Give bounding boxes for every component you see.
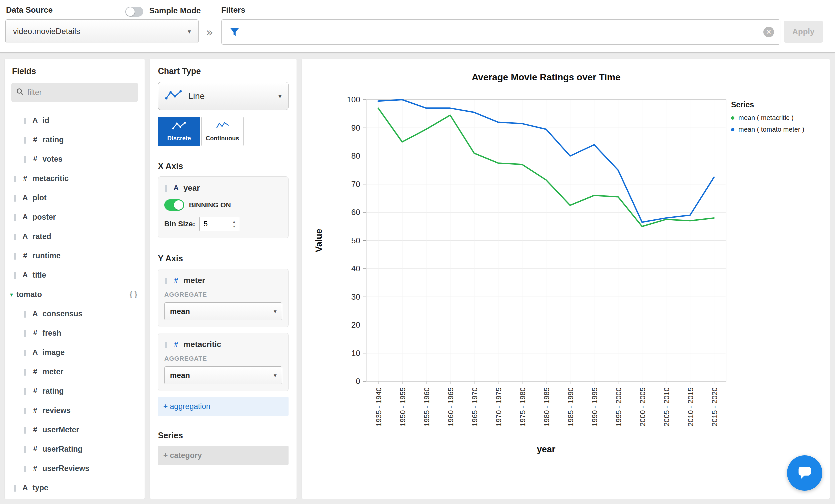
drag-handle-icon[interactable]: ‖ [23,349,27,356]
y-tick-label: 60 [351,208,360,217]
add-category-button[interactable]: + category [158,446,288,465]
drag-handle-icon[interactable]: ‖ [23,445,27,453]
fields-list: ‖Aid‖#rating‖#votes‖#metacritic‖Aplot‖Ap… [5,111,145,497]
drag-handle-icon[interactable]: ‖ [13,194,17,201]
drag-handle-icon[interactable]: ‖ [23,368,27,375]
number-type-icon: # [30,135,40,144]
chart-type-value: Line [188,91,205,101]
string-type-icon: A [21,271,30,279]
field-item-fresh[interactable]: ‖#fresh [5,323,145,343]
number-stepper[interactable]: ▴▾ [229,217,239,231]
drag-handle-icon[interactable]: ‖ [23,426,27,434]
chat-bubble-button[interactable] [787,455,822,491]
aggregate-label: AGGREGATE [164,291,282,298]
y-axis-title: Value [314,229,324,252]
field-item-poster[interactable]: ‖Aposter [5,207,145,227]
drag-handle-icon[interactable]: ‖ [23,465,27,472]
chart-builder-panel: Chart Type Line ▾ [150,59,297,499]
bin-size-input[interactable] [200,217,228,231]
aggregate-select[interactable]: mean▾ [164,366,282,384]
chevron-down-icon[interactable]: ▾ [10,291,13,298]
drag-handle-icon[interactable]: ‖ [23,407,27,414]
field-filter-input[interactable] [27,88,133,97]
discrete-mode-button[interactable]: Discrete [158,117,200,146]
field-item-runtime[interactable]: ‖#runtime [5,246,145,265]
field-item-title[interactable]: ‖Atitle [5,265,145,285]
object-braces-icon: { } [129,290,137,299]
field-item-rating[interactable]: ‖#rating [5,381,145,401]
main-content: Fields ‖Aid‖#rating‖#votes‖#metacritic‖A… [0,53,835,504]
y-tick-label: 70 [351,180,360,189]
drag-handle-icon[interactable]: ‖ [23,329,27,337]
chart-preview-panel: Average Movie Ratings over Time010203040… [302,59,830,499]
y-tick-label: 90 [351,123,360,132]
field-name: userRating [43,445,83,453]
apply-button[interactable]: Apply [784,21,823,43]
drag-handle-icon[interactable]: ‖ [23,155,27,163]
field-item-metacritic[interactable]: ‖#metacritic [5,169,145,188]
chevron-down-icon: ▾ [188,28,191,35]
chart-type-select[interactable]: Line ▾ [158,82,288,110]
drag-handle-icon[interactable]: ‖ [23,310,27,317]
drag-handle-icon[interactable]: ‖ [13,484,17,491]
toggle-knob [126,7,135,16]
drag-handle-icon[interactable]: ‖ [164,341,168,348]
field-item-userRating[interactable]: ‖#userRating [5,439,145,459]
field-item-rating[interactable]: ‖#rating [5,130,145,149]
collapse-chevrons-icon[interactable]: » [206,25,213,39]
field-name: metacritic [33,174,69,183]
field-item-plot[interactable]: ‖Aplot [5,188,145,207]
drag-handle-icon[interactable]: ‖ [13,175,17,182]
drag-handle-icon[interactable]: ‖ [13,271,17,279]
number-type-icon: # [171,340,181,349]
field-item-votes[interactable]: ‖#votes [5,149,145,169]
filters-input[interactable] [245,22,759,42]
line-chart: Average Movie Ratings over Time010203040… [308,63,731,460]
data-source-select[interactable]: video.movieDetails ▾ [5,19,199,43]
drag-handle-icon[interactable]: ‖ [164,277,168,284]
drag-handle-icon[interactable]: ‖ [13,233,17,240]
string-type-icon: A [21,232,30,241]
drag-handle-icon[interactable]: ‖ [23,117,27,124]
aggregate-select[interactable]: mean▾ [164,302,282,320]
aggregate-value: mean [170,371,190,380]
continuous-mode-button[interactable]: Continuous [201,117,244,146]
legend-marker-icon [731,128,734,131]
top-toolbar: Data Source video.movieDetails ▾ Sample … [0,0,835,53]
x-axis-title: year [537,444,555,454]
drag-handle-icon[interactable]: ‖ [23,387,27,395]
number-type-icon: # [171,276,181,285]
field-item-userReviews[interactable]: ‖#userReviews [5,459,145,478]
field-item-userMeter[interactable]: ‖#userMeter [5,420,145,439]
drag-handle-icon[interactable]: ‖ [13,252,17,259]
field-item-tomato[interactable]: ▾tomato{ } [5,285,145,304]
field-item-rated[interactable]: ‖Arated [5,227,145,246]
discrete-line-icon [172,121,187,132]
field-item-consensus[interactable]: ‖Aconsensus [5,304,145,323]
string-type-icon: A [30,348,40,357]
field-item-reviews[interactable]: ‖#reviews [5,401,145,420]
field-item-meter[interactable]: ‖#meter [5,362,145,381]
x-tick-label: 1950 - 1955 [399,387,407,426]
fields-panel: Fields ‖Aid‖#rating‖#votes‖#metacritic‖A… [5,59,145,499]
string-type-icon: A [21,213,30,221]
drag-handle-icon[interactable]: ‖ [13,213,17,221]
number-type-icon: # [30,425,40,434]
drag-handle-icon[interactable]: ‖ [164,184,168,191]
field-item-type[interactable]: ‖Atype [5,478,145,497]
field-item-id[interactable]: ‖Aid [5,111,145,130]
field-name: plot [33,193,47,202]
y-axis-label: Y Axis [158,254,288,263]
legend-entry[interactable]: mean ( tomato meter ) [731,126,824,133]
continuous-line-icon [215,121,230,132]
drag-handle-icon[interactable]: ‖ [23,136,27,143]
sample-mode-toggle[interactable] [125,7,143,17]
legend-label: mean ( metacritic ) [738,114,794,122]
clear-filter-icon[interactable]: ✕ [763,27,774,37]
add-aggregation-button[interactable]: + aggregation [158,397,288,416]
legend-entry[interactable]: mean ( metacritic ) [731,114,824,122]
filter-bar: ✕ [221,19,780,45]
binning-toggle[interactable] [164,199,184,211]
chart-type-label: Chart Type [158,66,288,76]
field-item-image[interactable]: ‖Aimage [5,343,145,362]
